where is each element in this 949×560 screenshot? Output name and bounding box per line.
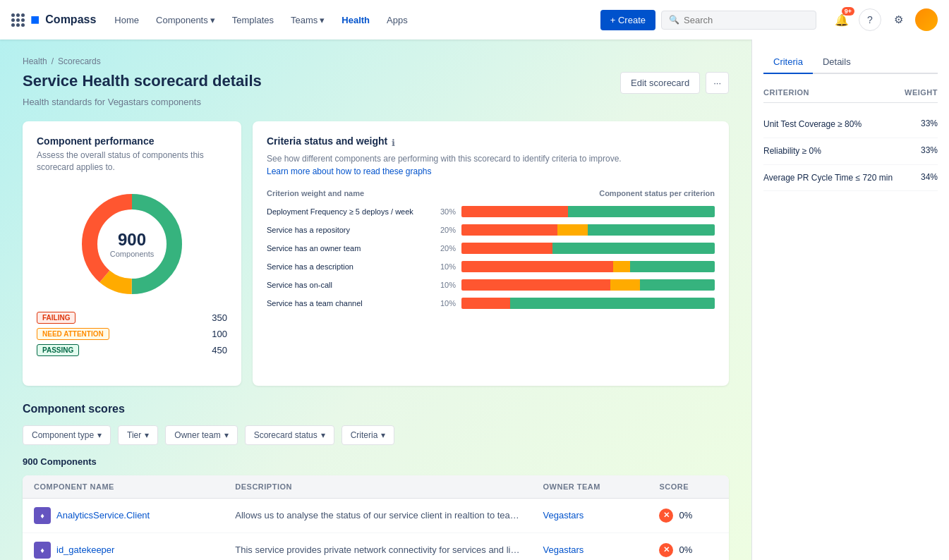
user-avatar[interactable]	[915, 8, 938, 31]
col-component-name: Component name	[23, 475, 224, 499]
tab-criteria[interactable]: Criteria	[763, 51, 813, 74]
bar-fail-2	[461, 243, 552, 254]
bar-pass-1	[588, 224, 715, 236]
owner-team-0[interactable]: Vegastars	[543, 510, 584, 521]
settings-button[interactable]: ⚙	[887, 8, 909, 31]
filter-tier[interactable]: Tier ▾	[118, 425, 158, 445]
bar-pass-4	[640, 279, 715, 291]
table-row-0: ♦ AnalyticsService.Client Allows us to a…	[23, 498, 729, 532]
legend-failing: FAILING 350	[37, 312, 227, 324]
performance-card: Component performance Assess the overall…	[23, 121, 241, 386]
bar-pct-1: 20%	[435, 226, 456, 234]
nav-actions: 🔔 9+ ? ⚙	[830, 8, 938, 31]
component-link-1[interactable]: id_gatekeeper	[56, 544, 114, 555]
score-cell-0: ✕ 0%	[659, 509, 718, 523]
nav-home[interactable]: Home	[107, 11, 146, 30]
criteria-link[interactable]: Learn more about how to read these graph…	[267, 166, 431, 176]
bar-row-1: Service has a repository 20%	[267, 224, 715, 236]
bar-track-5	[461, 298, 715, 309]
bar-pct-4: 10%	[435, 281, 456, 289]
nav-teams[interactable]: Teams ▾	[284, 11, 332, 30]
component-icon-0: ♦	[34, 507, 51, 524]
donut-center: 900 Components	[110, 230, 154, 258]
notification-button[interactable]: 🔔 9+	[830, 8, 853, 31]
chevron-down-icon: ▾	[97, 430, 102, 440]
grid-icon[interactable]	[11, 13, 25, 27]
passing-badge: PASSING	[37, 344, 79, 356]
legend-attention: NEED ATTENTION 100	[37, 328, 227, 340]
bar-label-1: Service has a repository	[267, 226, 429, 234]
settings-icon: ⚙	[894, 13, 903, 26]
bar-warn-1	[557, 224, 588, 236]
bar-row-5: Service has a team channel 10%	[267, 298, 715, 309]
score-cell-1: ✕ 0%	[659, 543, 718, 557]
breadcrumb-health[interactable]: Health	[23, 56, 47, 66]
criteria-panel-header: Criterion Weight	[763, 88, 938, 103]
bar-track-4	[461, 279, 715, 291]
help-icon: ?	[867, 14, 873, 25]
donut-label: Components	[110, 250, 154, 258]
component-scores-section: Component scores Component type ▾ Tier ▾…	[23, 403, 729, 560]
chevron-down-icon: ▾	[381, 430, 385, 440]
bar-label-5: Service has a team channel	[267, 299, 429, 308]
bar-fail-4	[461, 279, 610, 291]
owner-team-1[interactable]: Vegastars	[543, 544, 584, 555]
nav-templates[interactable]: Templates	[225, 11, 281, 30]
breadcrumb: Health / Scorecards	[23, 56, 729, 66]
right-panel: Criteria Details Criterion Weight Unit T…	[751, 39, 949, 560]
chevron-down-icon: ▾	[145, 430, 149, 440]
score-fail-icon-0: ✕	[659, 509, 673, 523]
page-title: Service Health scorecard details	[23, 72, 262, 90]
attention-count: 100	[212, 329, 227, 339]
notification-badge: 9+	[842, 7, 854, 16]
cards-row: Component performance Assess the overall…	[23, 121, 729, 386]
criterion-name-2: Average PR Cycle Time ≤ 720 min	[763, 172, 915, 184]
bar-pass-0	[568, 206, 715, 217]
criteria-desc: See how different components are perform…	[267, 152, 715, 178]
bar-pct-3: 10%	[435, 262, 456, 271]
bar-pct-2: 20%	[435, 244, 456, 252]
donut-chart: 900 Components	[75, 188, 188, 300]
criteria-title: Criteria status and weight	[267, 135, 387, 147]
nav-components[interactable]: Components ▾	[149, 11, 222, 30]
filter-component-type[interactable]: Component type ▾	[23, 425, 111, 445]
edit-scorecard-button[interactable]: Edit scorecard	[620, 72, 700, 94]
nav-apps[interactable]: Apps	[380, 11, 415, 30]
bar-label-0: Deployment Frequency ≥ 5 deploys / week	[267, 207, 429, 216]
description-cell-0: Allows us to analyse the status of our s…	[224, 498, 531, 532]
bar-label-2: Service has an owner team	[267, 244, 429, 252]
legend-passing: PASSING 450	[37, 344, 227, 356]
bar-fail-1	[461, 224, 557, 236]
tab-details[interactable]: Details	[813, 51, 861, 74]
search-input[interactable]	[684, 15, 809, 25]
criterion-weight-2: 34%	[921, 172, 938, 182]
info-icon: ℹ	[392, 138, 395, 148]
bar-label-4: Service has on-call	[267, 281, 429, 289]
filter-scorecard-status[interactable]: Scorecard status ▾	[245, 425, 334, 445]
failing-count: 350	[212, 312, 227, 323]
more-options-button[interactable]: ···	[706, 72, 729, 94]
criterion-row-1: Reliability ≥ 0% 33%	[763, 138, 938, 165]
criteria-panel-rows: Unit Test Coverage ≥ 80% 33% Reliability…	[763, 111, 938, 191]
bar-row-2: Service has an owner team 20%	[267, 243, 715, 254]
bar-track-2	[461, 243, 715, 254]
col-score: Score	[648, 475, 729, 499]
col-owner-team: Owner team	[532, 475, 648, 499]
bar-pass-2	[552, 243, 715, 254]
nav-health[interactable]: Health	[334, 11, 377, 30]
brand-name: Compass	[45, 13, 96, 26]
brand-logo: ■	[30, 11, 40, 29]
component-name-cell-1: ♦ id_gatekeeper	[34, 542, 212, 559]
breadcrumb-scorecards: Scorecards	[58, 56, 101, 66]
chart-header: Criterion weight and name Component stat…	[267, 189, 715, 197]
filter-owner-team[interactable]: Owner team ▾	[165, 425, 237, 445]
criteria-title-row: Criteria status and weight ℹ	[267, 135, 715, 150]
failing-badge: FAILING	[37, 312, 75, 324]
help-button[interactable]: ?	[859, 8, 881, 31]
performance-subtitle: Assess the overall status of components …	[37, 150, 227, 174]
component-link-0[interactable]: AnalyticsService.Client	[56, 510, 150, 521]
filter-criteria[interactable]: Criteria ▾	[341, 425, 395, 445]
search-box[interactable]: 🔍	[661, 11, 816, 30]
brand[interactable]: ■ Compass	[30, 11, 96, 29]
create-button[interactable]: + Create	[600, 10, 655, 30]
